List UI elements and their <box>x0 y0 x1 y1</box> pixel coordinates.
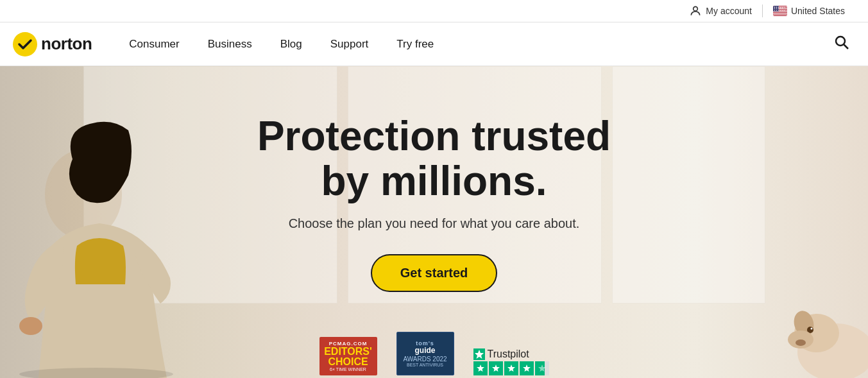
tp-star-2 <box>489 361 503 375</box>
trustpilot-badge: Trustpilot <box>473 348 549 375</box>
nav-links: Consumer Business Blog Support Try free <box>117 33 828 56</box>
region-selector[interactable]: ★★★★★★ ★★★★★ ★★★★★★ United States <box>763 6 855 16</box>
norton-logo-text: norton <box>41 34 92 54</box>
pcmag-choice: CHOICE <box>328 357 368 367</box>
account-icon <box>689 4 702 17</box>
toms-guide-label: guide <box>415 347 436 355</box>
nav-support[interactable]: Support <box>319 33 380 56</box>
hero-subheadline: Choose the plan you need for what you ca… <box>289 216 580 231</box>
hero-section: Protection trusted by millions. Choose t… <box>0 66 868 378</box>
hero-headline: Protection trusted by millions. <box>257 114 611 204</box>
tp-star-half <box>535 361 549 375</box>
top-bar: My account ★★★★★★ ★★★★★ ★★★★★★ United St… <box>0 0 868 22</box>
norton-logo[interactable]: norton <box>13 32 92 56</box>
nav-consumer[interactable]: Consumer <box>117 33 191 56</box>
svg-line-14 <box>844 44 849 49</box>
svg-marker-30 <box>507 365 515 372</box>
navbar: norton Consumer Business Blog Support Tr… <box>0 22 868 66</box>
pcmag-bottom: 6× TIME WINNER <box>330 367 366 372</box>
svg-text:★★★★★★: ★★★★★★ <box>774 9 785 12</box>
tp-star-4 <box>520 361 534 375</box>
my-account-link[interactable]: My account <box>679 4 762 17</box>
svg-marker-31 <box>523 365 531 372</box>
norton-logo-icon <box>13 32 37 56</box>
tp-star-1 <box>473 361 488 375</box>
svg-marker-29 <box>492 365 500 372</box>
svg-rect-6 <box>773 13 787 13</box>
search-icon <box>833 34 850 51</box>
nav-business[interactable]: Business <box>196 33 264 56</box>
trustpilot-star-icon <box>473 348 485 360</box>
toms-sub: BEST ANTIVIRUS <box>407 363 443 367</box>
svg-marker-32 <box>538 365 546 372</box>
pcmag-badge: PCMAG.COM EDITORS' CHOICE 6× TIME WINNER <box>319 337 377 375</box>
us-flag-icon: ★★★★★★ ★★★★★ ★★★★★★ <box>773 6 787 16</box>
svg-point-12 <box>13 32 37 56</box>
toms-guide-badge: tom's guide AWARDS 2022 BEST ANTIVIRUS <box>396 332 454 375</box>
trustpilot-label: Trustpilot <box>488 348 529 360</box>
get-started-button[interactable]: Get started <box>371 254 498 292</box>
search-button[interactable] <box>828 29 855 60</box>
nav-try-free[interactable]: Try free <box>385 33 445 56</box>
hero-badges: PCMAG.COM EDITORS' CHOICE 6× TIME WINNER… <box>319 332 549 378</box>
trustpilot-logo: Trustpilot <box>473 348 529 360</box>
svg-marker-28 <box>477 365 484 372</box>
toms-awards: AWARDS 2022 <box>403 356 447 363</box>
svg-point-0 <box>694 6 698 11</box>
tp-star-3 <box>504 361 518 375</box>
svg-point-13 <box>836 37 845 46</box>
my-account-label: My account <box>706 6 752 16</box>
pcmag-editors: EDITORS' <box>324 347 372 357</box>
trustpilot-stars <box>473 361 549 375</box>
svg-rect-5 <box>773 12 787 12</box>
svg-rect-7 <box>773 15 787 15</box>
region-label: United States <box>791 6 845 16</box>
nav-blog[interactable]: Blog <box>269 33 314 56</box>
